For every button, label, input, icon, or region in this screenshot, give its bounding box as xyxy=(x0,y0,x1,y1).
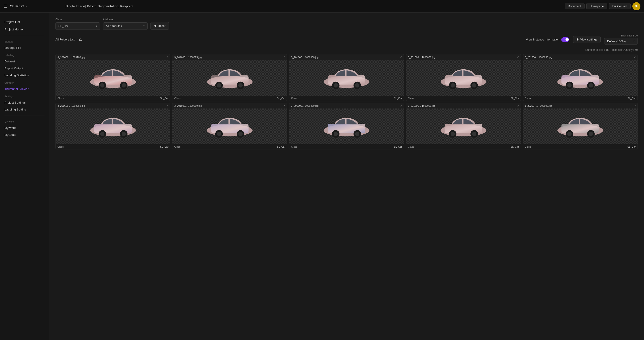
svg-point-47 xyxy=(355,132,359,136)
sidebar-divider-2 xyxy=(4,115,44,116)
sidebar-item-thumbnail-viewer[interactable]: Thumbnail Viewer xyxy=(0,86,49,92)
sidebar-item-project-settings[interactable]: Project Settings xyxy=(0,99,49,106)
image-card-header: 3_201606... 1000050.jpg ↗ xyxy=(406,103,520,108)
image-card-thumbnail xyxy=(56,60,170,96)
file-count: Number of files : 15 xyxy=(586,48,609,52)
sidebar-item-labeling-statistics[interactable]: Labeling Statistics xyxy=(0,72,49,79)
expand-icon[interactable]: ↗ xyxy=(283,56,285,58)
image-card-filename: 3_201606... 1000050.jpg xyxy=(408,104,435,107)
expand-icon[interactable]: ↗ xyxy=(634,104,636,107)
sidebar: Project List Project Home Storage Manage… xyxy=(0,12,49,340)
toolbar-right: View Instance Information ⚙ View setting… xyxy=(526,34,638,45)
sidebar-section-labeling: Labeling xyxy=(0,51,49,58)
expand-icon[interactable]: ↗ xyxy=(400,104,402,107)
footer-class-label: Class xyxy=(408,97,414,100)
filename-prefix: 3_201606... xyxy=(174,104,187,107)
image-card[interactable]: 3_201606... 1000050.jpg ↗ xyxy=(172,103,287,150)
image-card-filename: 3_201606... 1000050.jpg xyxy=(408,56,435,58)
gear-icon: ⚙ xyxy=(576,38,579,41)
image-card[interactable]: 1_202007... _000000.jpg ↗ xyxy=(523,103,638,150)
toolbar-left: All Folders List › 🗂 xyxy=(56,38,82,42)
filename-suffix: 1000100.jpg xyxy=(71,56,85,58)
expand-icon[interactable]: ↗ xyxy=(634,56,636,58)
sidebar-item-export-output[interactable]: Export Output xyxy=(0,65,49,72)
class-select[interactable]: SL_Car ▾ xyxy=(56,22,100,30)
image-card-thumbnail xyxy=(289,60,404,96)
file-info: Number of files : 15 Instance Quantity :… xyxy=(56,48,638,52)
expand-icon[interactable]: ↗ xyxy=(517,56,519,58)
filename-prefix: 3_201606... xyxy=(174,56,187,58)
sidebar-item-my-work[interactable]: My work xyxy=(0,124,49,131)
instance-count: Instance Quantity : 60 xyxy=(612,48,638,52)
svg-point-45 xyxy=(334,132,338,136)
image-card-thumbnail xyxy=(406,60,520,96)
image-card-header: 3_201606... 1000050.jpg ↗ xyxy=(172,103,287,108)
image-card-thumbnail xyxy=(523,60,638,96)
image-card-filename: 1_202007... _000000.jpg xyxy=(525,104,552,107)
car-overlay xyxy=(56,60,170,96)
avatar[interactable]: JU xyxy=(632,2,640,10)
sidebar-item-project-home[interactable]: Project Home xyxy=(0,26,49,33)
expand-icon[interactable]: ↗ xyxy=(283,104,285,107)
image-card-thumbnail xyxy=(289,108,404,144)
image-card[interactable]: 3_201606... 1000050.jpg ↗ xyxy=(289,54,404,101)
svg-point-3 xyxy=(100,83,104,88)
image-card[interactable]: 3_201606... 1000050.jpg ↗ xyxy=(289,103,404,150)
image-card-header: 3_201606... 1000050.jpg ↗ xyxy=(523,54,638,60)
image-card-footer: Class SL_Car xyxy=(289,96,404,101)
image-card-filename: 3_201606... 1000050.jpg xyxy=(58,104,85,107)
sidebar-item-project-list[interactable]: Project List xyxy=(0,17,49,26)
header-left: ☰ CES2023 ▾ xyxy=(4,4,57,9)
thumbnail-size-select[interactable]: Default(100%) ▾ xyxy=(604,38,638,45)
footer-class-label: Class xyxy=(174,97,180,100)
class-value: SL_Car xyxy=(58,24,68,28)
image-card[interactable]: 3_201606... 1000050.jpg ↗ xyxy=(56,103,170,150)
view-settings-button[interactable]: ⚙ View settings xyxy=(573,36,600,43)
image-card[interactable]: 3_201606... 1000100.jpg ↗ xyxy=(56,54,170,101)
document-button[interactable]: Document xyxy=(564,3,584,10)
svg-point-33 xyxy=(100,132,104,136)
footer-class-value: SL_Car xyxy=(160,146,168,148)
filename-suffix: 1000075.jpg xyxy=(188,56,202,58)
svg-point-17 xyxy=(355,83,359,88)
homepage-button[interactable]: Homepage xyxy=(586,3,607,10)
hamburger-icon[interactable]: ☰ xyxy=(4,4,7,9)
sidebar-item-labeling-setting[interactable]: Labeling Setting xyxy=(0,106,49,113)
attribute-select[interactable]: All Attributes ▾ xyxy=(103,22,148,30)
sidebar-item-manage-file[interactable]: Manage File xyxy=(0,44,49,51)
footer-class-value: SL_Car xyxy=(394,97,402,100)
image-card-header: 3_201606... 1000050.jpg ↗ xyxy=(289,103,404,108)
filename-prefix: 3_201606... xyxy=(525,56,538,58)
image-card-footer: Class SL_Car xyxy=(523,96,638,101)
image-card-header: 3_201606... 1000050.jpg ↗ xyxy=(56,103,170,108)
car-overlay xyxy=(406,108,520,144)
sidebar-item-my-stats[interactable]: My Stats xyxy=(0,131,49,138)
car-svg xyxy=(412,64,515,91)
biz-contact-button[interactable]: Biz Contact xyxy=(609,3,630,10)
toggle-switch[interactable] xyxy=(561,37,569,42)
image-card-footer: Class SL_Car xyxy=(172,144,287,149)
project-selector[interactable]: CES2023 ▾ xyxy=(10,4,27,8)
expand-icon[interactable]: ↗ xyxy=(166,56,168,58)
image-card[interactable]: 3_201606... 1000075.jpg ↗ xyxy=(172,54,287,101)
chevron-down-icon: ▾ xyxy=(634,40,635,43)
image-card[interactable]: 3_201606... 1000050.jpg ↗ xyxy=(406,103,521,150)
car-svg xyxy=(528,113,632,140)
filename-suffix: 1000050.jpg xyxy=(305,56,319,58)
image-card[interactable]: 3_201606... 1000050.jpg ↗ xyxy=(523,54,638,101)
sidebar-section-storage: Storage xyxy=(0,38,49,44)
svg-point-29 xyxy=(589,83,593,88)
expand-icon[interactable]: ↗ xyxy=(166,104,168,107)
filename-prefix: 3_201606... xyxy=(58,104,70,107)
svg-point-27 xyxy=(567,83,572,88)
image-card-filename: 3_201606... 1000050.jpg xyxy=(291,104,319,107)
svg-point-35 xyxy=(122,132,126,136)
expand-icon[interactable]: ↗ xyxy=(400,56,402,58)
breadcrumb-all-folders[interactable]: All Folders List xyxy=(56,38,74,41)
image-card-header: 1_202007... _000000.jpg ↗ xyxy=(523,103,638,108)
sidebar-item-dataset[interactable]: Dataset xyxy=(0,58,49,65)
class-label: Class xyxy=(56,18,100,21)
reset-button[interactable]: ↺ Reset xyxy=(150,22,169,30)
image-card[interactable]: 3_201606... 1000050.jpg ↗ xyxy=(406,54,521,101)
expand-icon[interactable]: ↗ xyxy=(517,104,519,107)
